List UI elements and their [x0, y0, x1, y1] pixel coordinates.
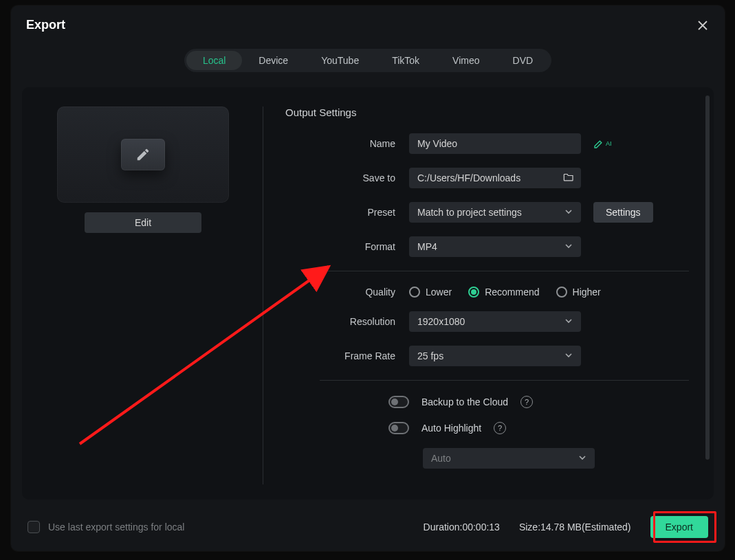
edit-icon	[121, 139, 165, 170]
quality-label: Quality	[285, 287, 409, 298]
tab-tiktok[interactable]: TikTok	[375, 51, 436, 70]
auto-highlight-mode-select[interactable]: Auto	[423, 448, 595, 469]
settings-panel: Edit Output Settings Name AI Save to	[22, 87, 714, 500]
quality-recommend-radio[interactable]: Recommend	[468, 287, 539, 298]
format-select[interactable]: MP4	[409, 236, 581, 257]
tab-device[interactable]: Device	[242, 51, 305, 70]
quality-lower-radio[interactable]: Lower	[409, 287, 452, 298]
name-input[interactable]	[409, 133, 581, 154]
use-last-settings-label: Use last export settings for local	[48, 522, 184, 533]
vertical-divider	[263, 107, 263, 484]
help-icon[interactable]: ?	[494, 422, 506, 434]
quality-higher-radio[interactable]: Higher	[556, 287, 601, 298]
help-icon[interactable]: ?	[520, 396, 533, 408]
row-preset: Preset Match to project settings Setting…	[285, 202, 689, 223]
duration-info: Duration:00:00:13	[424, 522, 500, 533]
row-framerate: Frame Rate 25 fps	[285, 346, 689, 366]
save-to-label: Save to	[285, 172, 409, 183]
resolution-label: Resolution	[285, 316, 409, 327]
preset-settings-button[interactable]: Settings	[593, 202, 653, 223]
row-save-to: Save to C:/Users/HF/Downloads	[285, 168, 689, 188]
chevron-down-icon	[564, 207, 573, 218]
chevron-down-icon	[564, 241, 573, 252]
chevron-down-icon	[564, 316, 573, 327]
format-label: Format	[285, 241, 409, 252]
ai-rename-icon[interactable]: AI	[593, 138, 612, 149]
chevron-down-icon	[578, 453, 586, 464]
preset-label: Preset	[285, 207, 409, 218]
row-auto-select: Auto	[285, 448, 689, 469]
use-last-settings-checkbox[interactable]	[28, 521, 40, 533]
row-resolution: Resolution 1920x1080	[285, 311, 689, 332]
row-backup-cloud: Backup to the Cloud ?	[285, 396, 689, 408]
framerate-select[interactable]: 25 fps	[409, 346, 581, 366]
output-settings-title: Output Settings	[285, 107, 689, 118]
backup-cloud-label: Backup to the Cloud	[421, 396, 508, 407]
resolution-select[interactable]: 1920x1080	[409, 311, 581, 332]
row-quality: Quality Lower Recommend Higher	[285, 287, 689, 298]
export-tabs: Local Device YouTube TikTok Vimeo DVD	[11, 49, 725, 72]
framerate-label: Frame Rate	[285, 350, 409, 361]
size-info: Size:14.78 MB(Estimated)	[519, 522, 631, 533]
tab-dvd[interactable]: DVD	[496, 51, 550, 70]
preset-select[interactable]: Match to project settings	[409, 202, 581, 223]
scrollbar[interactable]	[705, 96, 710, 460]
tab-local[interactable]: Local	[186, 51, 242, 70]
export-dialog: Export Local Device YouTube TikTok Vimeo…	[11, 5, 725, 551]
preview-thumbnail	[57, 107, 229, 203]
row-format: Format MP4	[285, 236, 689, 257]
preview-column: Edit	[47, 107, 239, 484]
tab-youtube[interactable]: YouTube	[305, 51, 375, 70]
save-to-input[interactable]: C:/Users/HF/Downloads	[409, 168, 581, 188]
edit-button[interactable]: Edit	[85, 212, 201, 233]
auto-highlight-toggle[interactable]	[388, 422, 409, 434]
tab-vimeo[interactable]: Vimeo	[436, 51, 496, 70]
dialog-footer: Use last export settings for local Durat…	[11, 503, 725, 551]
backup-cloud-toggle[interactable]	[388, 396, 409, 408]
output-settings-column: Output Settings Name AI Save to C:/Users…	[267, 107, 689, 484]
dialog-title: Export	[26, 18, 65, 32]
row-name: Name AI	[285, 133, 689, 154]
name-label: Name	[285, 138, 409, 149]
separator	[320, 380, 689, 381]
separator	[320, 271, 689, 271]
folder-icon[interactable]	[563, 172, 574, 184]
auto-highlight-label: Auto Highlight	[421, 423, 481, 434]
export-button[interactable]: Export	[650, 516, 708, 538]
row-auto-highlight: Auto Highlight ?	[285, 422, 689, 434]
dialog-header: Export	[11, 5, 725, 39]
close-icon[interactable]	[696, 19, 710, 32]
chevron-down-icon	[564, 350, 573, 361]
